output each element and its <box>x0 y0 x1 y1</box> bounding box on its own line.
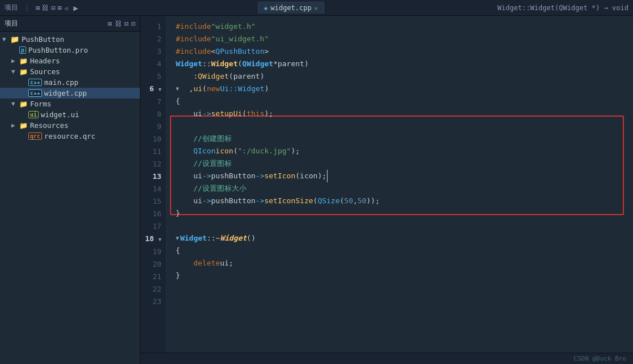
tree-item-headers[interactable]: ▶ 📁 Headers <box>0 55 140 66</box>
code-line-10: //创建图标 <box>176 132 633 145</box>
sidebar-link-icon[interactable]: ⛓ <box>115 20 122 28</box>
tree-label-resources: Resources <box>30 121 69 130</box>
sidebar: 项目 ⊞ ⛓ ⊟ ⊡ ▼ 📁 PushButton p PushButton. <box>0 16 141 364</box>
tree-item-forms[interactable]: ▼ 📁 Forms <box>0 99 140 109</box>
sidebar-header-icons: ⊞ ⛓ ⊟ ⊡ <box>108 20 135 28</box>
code-line-13: ui->pushButton->setIcon(icon); <box>176 170 633 182</box>
code-line-23 <box>176 294 633 307</box>
link-icon[interactable]: ⛓ <box>42 4 49 12</box>
code-line-18: ▼ Widget::~Widget() <box>176 232 633 245</box>
code-content[interactable]: #include "widget.h" #include "ui_widget.… <box>167 16 633 353</box>
code-line-22 <box>176 282 633 294</box>
tree-item-pro[interactable]: p PushButton.pro <box>0 45 140 55</box>
tab-filename: widget.cpp <box>270 4 311 12</box>
nav-forward-button[interactable]: ▶ <box>71 3 79 12</box>
status-bar: CSDN @Duck Bro <box>141 353 633 364</box>
code-line-14: //设置图标大小 <box>176 182 633 195</box>
nav-back-button[interactable]: ◀ <box>62 3 70 12</box>
code-line-8: ui->setupUi(this); <box>176 108 633 120</box>
tree-item-resources[interactable]: ▶ 📁 Resources <box>0 120 140 131</box>
title-bar: 项目 | ⊞ ⛓ ⊟ ⊞ ◀ ▶ ◈ widget.cpp ✕ Widget::… <box>0 0 633 16</box>
tab-close-button[interactable]: ✕ <box>315 5 318 11</box>
tree-label-headers: Headers <box>30 57 60 65</box>
code-line-6: ▼ , ui(new Ui::Widget) <box>176 83 633 95</box>
code-line-3: #include<QPushButton> <box>176 45 633 58</box>
editor-area: 1 2 3 4 5 6 ▼ 7 8 9 10 11 12 13 14 15 16… <box>141 16 633 364</box>
code-line-5: : QWidget(parent) <box>176 70 633 83</box>
main-layout: 项目 ⊞ ⛓ ⊟ ⊡ ▼ 📁 PushButton p PushButton. <box>0 16 633 364</box>
watermark: CSDN @Duck Bro <box>573 355 626 362</box>
code-line-9 <box>176 120 633 132</box>
breadcrumb: Widget::Widget(QWidget *) → void <box>498 4 628 12</box>
sidebar-expand-icon[interactable]: ⊡ <box>131 20 135 28</box>
tree-label-widget-cpp: widget.cpp <box>44 89 87 97</box>
expand-icon[interactable]: ⊞ <box>58 4 62 12</box>
nav-arrows: ◀ ▶ <box>62 3 80 12</box>
code-line-16: } <box>176 207 633 220</box>
sidebar-tree: ▼ 📁 PushButton p PushButton.pro ▶ 📁 Head… <box>0 32 140 364</box>
tree-item-main-cpp[interactable]: c++ main.cpp <box>0 77 140 88</box>
tree-label-sources: Sources <box>30 67 60 76</box>
line-numbers: 1 2 3 4 5 6 ▼ 7 8 9 10 11 12 13 14 15 16… <box>141 16 167 353</box>
code-line-2: #include "ui_widget.h" <box>176 33 633 45</box>
code-line-7: { <box>176 95 633 108</box>
tree-label-pushbutton: PushButton <box>22 35 64 44</box>
code-line-15: ui->pushButton->setIconSize(QSize(50,50)… <box>176 195 633 207</box>
code-editor[interactable]: 1 2 3 4 5 6 ▼ 7 8 9 10 11 12 13 14 15 16… <box>141 16 633 353</box>
code-line-19: { <box>176 245 633 257</box>
tree-item-resource-qrc[interactable]: qrc resource.qrc <box>0 131 140 142</box>
sidebar-title: 项目 <box>5 19 18 28</box>
code-line-21: } <box>176 269 633 282</box>
tree-label-main-cpp: main.cpp <box>44 78 78 87</box>
code-line-1: #include "widget.h" <box>176 20 633 33</box>
editor-tab[interactable]: ◈ widget.cpp ✕ <box>258 2 324 14</box>
tree-item-pushbutton[interactable]: ▼ 📁 PushButton <box>0 34 140 45</box>
filter-icon[interactable]: ⊞ <box>36 4 40 12</box>
tree-label-pro: PushButton.pro <box>28 46 88 54</box>
tab-cpp-icon: ◈ <box>264 5 268 12</box>
sidebar-split-icon[interactable]: ⊟ <box>125 20 129 28</box>
sidebar-filter-icon[interactable]: ⊞ <box>108 20 112 28</box>
tree-item-widget-cpp[interactable]: c++ widget.cpp <box>0 88 140 99</box>
code-line-4: Widget::Widget(QWidget *parent) <box>176 58 633 70</box>
code-line-17 <box>176 220 633 232</box>
tree-label-widget-ui: widget.ui <box>41 110 79 119</box>
code-line-12: //设置图标 <box>176 157 633 170</box>
project-label: 项目 <box>5 3 18 12</box>
tree-item-widget-ui[interactable]: ui widget.ui <box>0 109 140 120</box>
tree-label-forms: Forms <box>30 100 52 108</box>
tree-item-sources[interactable]: ▼ 📁 Sources <box>0 66 140 77</box>
split-icon[interactable]: ⊟ <box>51 4 55 12</box>
tree-label-resource-qrc: resource.qrc <box>44 132 95 140</box>
code-line-11: QIcon icon(":/duck.jpg"); <box>176 145 633 157</box>
code-line-20: delete ui; <box>176 257 633 269</box>
sidebar-header: 项目 ⊞ ⛓ ⊟ ⊡ <box>0 16 140 32</box>
title-bar-left: 项目 | ⊞ ⛓ ⊟ ⊞ <box>5 3 62 12</box>
title-bar-center: ◈ widget.cpp ✕ <box>84 2 498 14</box>
